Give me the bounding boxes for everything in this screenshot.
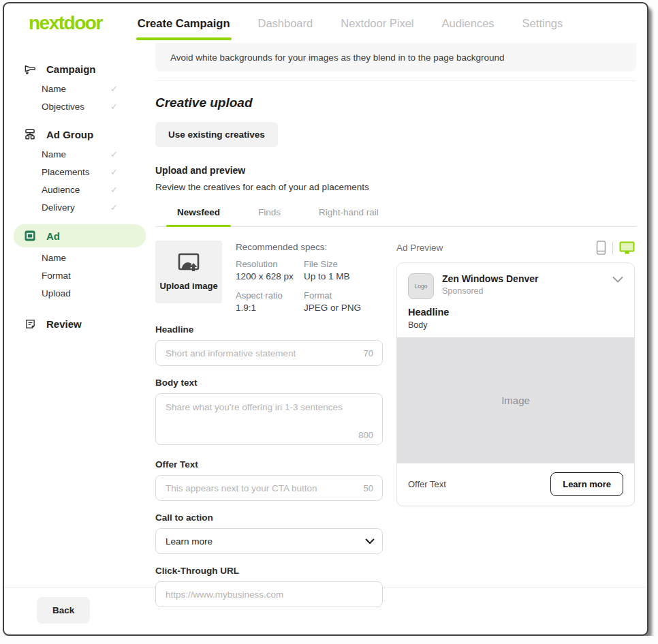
nav-tabs: Create Campaign Dashboard Nextdoor Pixel… bbox=[136, 14, 564, 33]
sidebar-item-ad-format[interactable]: Format bbox=[42, 266, 118, 284]
click-through-url-input[interactable] bbox=[155, 581, 383, 607]
sidebar-item-ad[interactable]: Ad bbox=[14, 224, 146, 247]
main-content: Avoid white backgrounds for your images … bbox=[155, 43, 647, 587]
preview-body: Body bbox=[408, 320, 623, 330]
call-to-action-label: Call to action bbox=[155, 512, 383, 523]
divider bbox=[612, 242, 613, 254]
offer-char-counter: 50 bbox=[364, 483, 373, 493]
offer-text-label: Offer Text bbox=[155, 459, 383, 470]
offer-text-input[interactable] bbox=[155, 475, 383, 501]
sidebar-item-ad-group[interactable]: Ad Group bbox=[4, 123, 155, 145]
headline-char-counter: 70 bbox=[364, 348, 373, 358]
check-icon: ✓ bbox=[110, 149, 118, 159]
recommended-specs: Recommended specs: Resolution 1200 x 628… bbox=[236, 241, 361, 313]
check-icon: ✓ bbox=[110, 102, 118, 112]
tab-right-hand-rail[interactable]: Right-hand rail bbox=[315, 207, 383, 226]
upload-preview-title: Upload and preview bbox=[155, 165, 636, 176]
app-window: nextdoor Create Campaign Dashboard Nextd… bbox=[3, 2, 648, 636]
tab-nextdoor-pixel[interactable]: Nextdoor Pixel bbox=[339, 14, 415, 33]
sidebar-item-label: Ad bbox=[46, 230, 60, 242]
sidebar-item-campaign-objectives[interactable]: Objectives ✓ bbox=[42, 97, 118, 115]
image-icon bbox=[23, 229, 37, 243]
placement-tabs: Newsfeed Finds Right-hand rail bbox=[155, 207, 636, 227]
call-to-action-field-group: Call to action Learn more bbox=[155, 512, 383, 554]
specs-title: Recommended specs: bbox=[236, 242, 361, 252]
top-nav: nextdoor Create Campaign Dashboard Nextd… bbox=[4, 3, 647, 43]
tab-settings[interactable]: Settings bbox=[521, 14, 565, 33]
nextdoor-logo[interactable]: nextdoor bbox=[29, 12, 102, 34]
tab-finds[interactable]: Finds bbox=[254, 207, 285, 226]
ad-preview-panel: Ad Preview bbox=[396, 241, 635, 607]
notice-wrap: Avoid white backgrounds for your images … bbox=[155, 43, 636, 81]
notice-banner: Avoid white backgrounds for your images … bbox=[155, 43, 636, 72]
upload-preview-subtitle: Review the creatives for each of your ad… bbox=[155, 182, 636, 192]
megaphone-icon bbox=[23, 62, 37, 76]
check-icon: ✓ bbox=[110, 185, 118, 195]
upload-image-label: Upload image bbox=[159, 281, 217, 291]
body-char-counter: 800 bbox=[358, 430, 373, 440]
sidebar-item-adgroup-name[interactable]: Name ✓ bbox=[42, 145, 118, 163]
body-text-label: Body text bbox=[155, 378, 383, 388]
offer-text-field-group: Offer Text 50 bbox=[155, 459, 383, 501]
sidebar: Campaign Name ✓ Objectives ✓ Ad Group bbox=[4, 43, 155, 587]
body-text-field-group: Body text 800 bbox=[155, 378, 383, 448]
sidebar-item-label: Review bbox=[46, 318, 82, 330]
preview-image-placeholder: Image bbox=[397, 337, 634, 463]
advertiser-logo: Logo bbox=[408, 273, 434, 299]
check-icon: ✓ bbox=[110, 202, 118, 213]
check-icon: ✓ bbox=[110, 84, 118, 94]
spec-resolution: Resolution 1200 x 628 px bbox=[236, 259, 304, 281]
sidebar-item-campaign-name[interactable]: Name ✓ bbox=[42, 80, 118, 97]
spec-file-size: File Size Up to 1 MB bbox=[304, 259, 361, 281]
page-title: Creative upload bbox=[155, 95, 636, 110]
desktop-preview-icon[interactable] bbox=[619, 241, 635, 255]
back-button[interactable]: Back bbox=[37, 597, 90, 624]
headline-field-group: Headline 70 bbox=[155, 324, 383, 366]
click-through-url-label: Click-Through URL bbox=[155, 566, 383, 576]
sidebar-item-delivery[interactable]: Delivery ✓ bbox=[42, 198, 118, 216]
headline-label: Headline bbox=[155, 324, 383, 335]
call-to-action-select[interactable]: Learn more bbox=[155, 528, 383, 554]
sidebar-item-ad-upload[interactable]: Upload bbox=[42, 284, 118, 302]
upload-image-dropzone[interactable]: Upload image bbox=[155, 241, 222, 303]
mobile-preview-icon[interactable] bbox=[596, 241, 606, 255]
headline-input[interactable] bbox=[155, 340, 383, 366]
ad-preview-card: Logo Zen Windows Denver Sponsored Headli… bbox=[396, 262, 635, 506]
sidebar-item-label: Ad Group bbox=[46, 129, 93, 140]
click-through-url-field-group: Click-Through URL bbox=[155, 566, 383, 607]
tab-dashboard[interactable]: Dashboard bbox=[257, 14, 315, 33]
preview-cta-button[interactable]: Learn more bbox=[550, 472, 623, 496]
sidebar-item-ad-name[interactable]: Name bbox=[42, 249, 118, 266]
check-icon: ✓ bbox=[110, 167, 118, 177]
tab-audiences[interactable]: Audiences bbox=[441, 14, 496, 33]
tab-newsfeed[interactable]: Newsfeed bbox=[173, 207, 224, 226]
body-text-input[interactable] bbox=[155, 393, 383, 445]
sidebar-item-placements[interactable]: Placements ✓ bbox=[42, 163, 118, 181]
sidebar-item-audience[interactable]: Audience ✓ bbox=[42, 181, 118, 198]
spec-format: Format JPEG or PNG bbox=[304, 290, 361, 313]
use-existing-creatives-button[interactable]: Use existing creatives bbox=[155, 122, 278, 147]
advertiser-name: Zen Windows Denver bbox=[442, 273, 538, 284]
sidebar-item-review[interactable]: Review bbox=[4, 313, 155, 335]
sidebar-item-label: Campaign bbox=[46, 63, 96, 75]
chevron-down-icon[interactable] bbox=[612, 276, 623, 283]
tab-create-campaign[interactable]: Create Campaign bbox=[136, 14, 232, 33]
sponsored-label: Sponsored bbox=[442, 286, 538, 296]
preview-offer-text: Offer Text bbox=[408, 479, 446, 489]
sidebar-item-campaign[interactable]: Campaign bbox=[4, 58, 155, 80]
upload-image-icon bbox=[177, 253, 200, 276]
preview-headline: Headline bbox=[408, 307, 623, 318]
spec-aspect-ratio: Aspect ratio 1.9:1 bbox=[236, 290, 304, 313]
ad-preview-title: Ad Preview bbox=[396, 243, 443, 253]
review-icon bbox=[23, 317, 37, 331]
sitemap-icon bbox=[23, 127, 37, 141]
